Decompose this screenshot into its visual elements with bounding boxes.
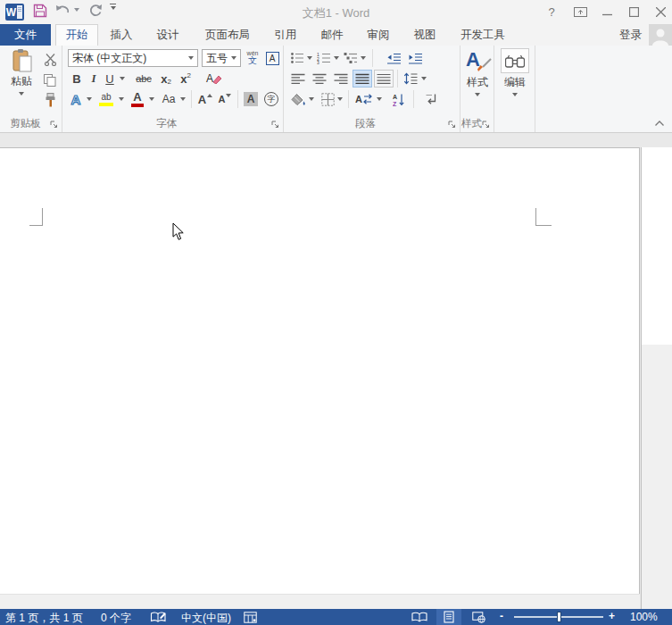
tab-mailings[interactable]: 邮件: [312, 24, 352, 46]
align-left-button[interactable]: [289, 70, 307, 88]
tab-design[interactable]: 设计: [148, 24, 187, 46]
shading-button[interactable]: [289, 90, 307, 108]
grow-font-button[interactable]: A: [196, 90, 214, 108]
enclose-characters-button[interactable]: 字: [262, 90, 280, 108]
styles-dialog-launcher[interactable]: [481, 120, 491, 129]
tab-developer[interactable]: 开发工具: [453, 24, 512, 46]
proofing-status-button[interactable]: [150, 611, 167, 625]
line-spacing-button[interactable]: [402, 70, 419, 88]
increase-indent-button[interactable]: [405, 49, 425, 67]
bold-button[interactable]: B: [70, 70, 84, 88]
italic-button[interactable]: I: [87, 70, 100, 88]
clear-formatting-button[interactable]: A: [203, 70, 225, 88]
help-button[interactable]: ?: [543, 3, 560, 21]
maximize-button[interactable]: [625, 3, 643, 21]
undo-button[interactable]: [55, 4, 79, 16]
decrease-indent-button[interactable]: [384, 49, 403, 67]
undo-dropdown-caret[interactable]: [74, 8, 79, 12]
paste-button[interactable]: 粘贴: [4, 48, 39, 96]
borders-button[interactable]: [319, 90, 336, 108]
bullets-button[interactable]: [289, 49, 305, 67]
change-case-caret[interactable]: [178, 90, 187, 108]
vertical-scrollbar-thumb[interactable]: [642, 147, 672, 345]
font-color-button[interactable]: A: [129, 90, 146, 108]
underline-button[interactable]: U: [104, 70, 116, 88]
subscript-button[interactable]: x2: [157, 70, 175, 88]
tab-home[interactable]: 开始: [55, 24, 98, 46]
tab-file[interactable]: 文件: [0, 24, 51, 46]
ribbon-display-options-button[interactable]: [571, 3, 589, 21]
save-button[interactable]: [33, 4, 47, 18]
user-avatar[interactable]: [649, 24, 672, 46]
copy-button[interactable]: [41, 71, 59, 88]
macro-recording-button[interactable]: [244, 612, 257, 625]
format-painter-button[interactable]: [41, 91, 59, 109]
numbering-button[interactable]: 123: [316, 49, 332, 67]
close-button[interactable]: [651, 3, 669, 21]
multilevel-list-button[interactable]: [343, 49, 359, 67]
minimize-button[interactable]: [598, 3, 616, 21]
align-right-button[interactable]: [332, 70, 350, 88]
styles-button[interactable]: A 样式: [462, 48, 493, 96]
zoom-level-button[interactable]: 100%: [630, 611, 658, 623]
strikethrough-button[interactable]: abc: [132, 70, 155, 88]
font-size-combobox[interactable]: 五号: [202, 49, 241, 67]
text-effects-button[interactable]: A: [68, 90, 84, 108]
phonetic-guide-button[interactable]: wén 文: [243, 48, 262, 66]
editing-dropdown-caret[interactable]: [512, 93, 518, 96]
borders-caret[interactable]: [336, 90, 344, 108]
document-area[interactable]: [0, 133, 672, 609]
print-layout-button[interactable]: [436, 609, 461, 625]
zoom-out-button[interactable]: -: [500, 610, 503, 622]
page-number-indicator[interactable]: 第 1 页，共 1 页: [5, 611, 83, 625]
shrink-font-button[interactable]: A: [217, 90, 233, 108]
show-hide-marks-button[interactable]: [422, 90, 440, 108]
shading-caret[interactable]: [307, 90, 315, 108]
language-indicator[interactable]: 中文(中国): [181, 611, 231, 625]
tab-insert[interactable]: 插入: [102, 24, 141, 46]
paste-dropdown-caret[interactable]: [19, 92, 24, 96]
font-color-caret[interactable]: [147, 90, 155, 108]
zoom-slider-thumb[interactable]: [557, 612, 561, 622]
font-size-caret[interactable]: [231, 56, 236, 60]
cut-button[interactable]: [41, 50, 59, 68]
line-spacing-caret[interactable]: [419, 70, 427, 88]
sign-in-link[interactable]: 登录: [619, 28, 642, 43]
tab-review[interactable]: 审阅: [359, 24, 398, 46]
asian-layout-caret[interactable]: [375, 90, 383, 108]
customize-qat-button[interactable]: [110, 4, 116, 10]
word-count-indicator[interactable]: 0 个字: [101, 611, 131, 625]
font-dialog-launcher[interactable]: [270, 120, 280, 129]
collapse-ribbon-button[interactable]: [651, 114, 668, 132]
tab-page-layout[interactable]: 页面布局: [198, 24, 257, 46]
change-case-button[interactable]: Aa: [159, 90, 178, 108]
character-shading-button[interactable]: A: [242, 90, 260, 108]
distribute-button[interactable]: [374, 70, 394, 88]
read-mode-button[interactable]: [407, 609, 432, 625]
character-border-button[interactable]: A: [264, 49, 280, 67]
align-center-button[interactable]: [311, 70, 328, 88]
multilevel-caret[interactable]: [359, 49, 367, 67]
sort-button[interactable]: AZ: [389, 90, 407, 108]
vertical-scrollbar[interactable]: [641, 147, 672, 609]
styles-dropdown-caret[interactable]: [475, 93, 480, 96]
paragraph-dialog-launcher[interactable]: [447, 120, 457, 129]
highlight-caret[interactable]: [117, 90, 125, 108]
justify-button[interactable]: [353, 70, 372, 88]
font-name-caret[interactable]: [188, 56, 194, 60]
editing-button[interactable]: 编辑: [499, 48, 531, 96]
underline-dropdown-caret[interactable]: [118, 70, 127, 88]
redo-button[interactable]: [88, 4, 103, 17]
clipboard-dialog-launcher[interactable]: [49, 120, 59, 129]
zoom-in-button[interactable]: +: [609, 610, 615, 622]
highlight-color-button[interactable]: ab: [96, 90, 116, 108]
font-name-combobox[interactable]: 宋体 (中文正文): [68, 49, 198, 67]
horizontal-scrollbar[interactable]: [0, 594, 640, 609]
tab-references[interactable]: 引用: [266, 24, 305, 46]
numbering-caret[interactable]: [332, 49, 340, 67]
text-effects-caret[interactable]: [85, 90, 93, 108]
tab-view[interactable]: 视图: [405, 24, 444, 46]
superscript-button[interactable]: x2: [177, 70, 195, 88]
asian-layout-button[interactable]: A: [353, 90, 375, 108]
web-layout-button[interactable]: [466, 609, 491, 625]
